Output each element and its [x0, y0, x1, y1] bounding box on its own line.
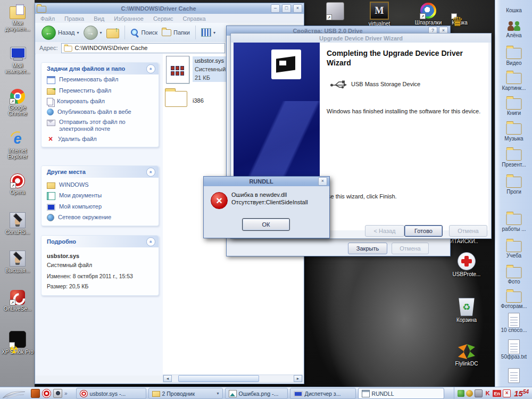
- tray-yellow-icon[interactable]: [466, 390, 473, 397]
- desktop-icon-google-chrome[interactable]: Google Chrome: [2, 88, 34, 117]
- start-button[interactable]: [0, 388, 28, 399]
- menu-view[interactable]: Вид: [94, 15, 104, 22]
- details-header[interactable]: Подробно: [41, 236, 159, 247]
- wizard-finish-button[interactable]: Готово: [404, 225, 443, 237]
- maximize-button[interactable]: [282, 4, 291, 13]
- wizard-cancel-button[interactable]: Отмена: [449, 225, 487, 237]
- panel-item-pictures[interactable]: Картинк...: [495, 85, 532, 91]
- task-rundll[interactable]: RUNDLL: [358, 388, 444, 399]
- desktop-icon-unknown[interactable]: [319, 2, 351, 20]
- folder-icon[interactable]: [506, 177, 522, 188]
- desktop-icon-recycle-bin[interactable]: Корзина: [450, 298, 484, 323]
- collapse-chevron-icon[interactable]: [146, 168, 155, 177]
- desktop-icon-media-player[interactable]: Шпаргалки: [412, 3, 444, 26]
- scroll-left-arrow[interactable]: ◄: [163, 375, 172, 382]
- panel-item-progs[interactable]: Проги: [495, 189, 532, 195]
- task-move-file[interactable]: Переместить файл: [41, 86, 159, 96]
- place-windows[interactable]: WINDOWS: [41, 178, 159, 190]
- desktop-icon-usb-protect[interactable]: USBProte...: [450, 252, 484, 277]
- folder-icon[interactable]: [506, 123, 522, 135]
- panel-item-10-ways[interactable]: 10 спосо...: [495, 327, 532, 333]
- collapse-chevron-icon[interactable]: [146, 64, 155, 73]
- tray-red-x-icon[interactable]: [503, 389, 511, 397]
- rundll-ok-button[interactable]: ОК: [242, 218, 290, 231]
- up-button[interactable]: [104, 26, 121, 39]
- collapse-chevron-icon[interactable]: [146, 237, 155, 246]
- text-file-icon-partial[interactable]: [508, 368, 520, 383]
- menu-help[interactable]: Справка: [183, 15, 206, 22]
- views-button[interactable]: ▾: [199, 27, 218, 38]
- horizontal-scrollbar[interactable]: ◄ ►: [163, 375, 303, 383]
- wizard-titlebar[interactable]: Upgrade Device Driver Wizard: [231, 34, 491, 43]
- tray-green-icon[interactable]: [458, 390, 464, 397]
- address-input[interactable]: C:\WINDOWS\Driver Cache: [61, 43, 225, 53]
- task-task-manager[interactable]: Диспетчер з...: [290, 388, 356, 399]
- panel-item-50-phrases[interactable]: 50фраз.txt: [495, 354, 532, 360]
- panel-item-study[interactable]: Учеба: [495, 253, 532, 259]
- folder-icon[interactable]: [506, 98, 522, 110]
- search-button[interactable]: Поиск: [128, 27, 160, 38]
- panel-item-koshka[interactable]: Кошка: [495, 7, 532, 13]
- folder-i386-label[interactable]: i386: [193, 97, 204, 104]
- close-button[interactable]: [293, 4, 302, 13]
- close-button[interactable]: [318, 177, 327, 186]
- tray-antivirus-icon[interactable]: [484, 390, 491, 397]
- desktop-icon-xp-smoker[interactable]: XP Smok Pro: [2, 331, 34, 355]
- folder-icon[interactable]: [506, 73, 522, 84]
- desktop-icon-vysshaya[interactable]: Высшая...: [2, 250, 34, 273]
- panel-item-video[interactable]: Видео: [495, 60, 532, 66]
- panel-item-books[interactable]: Книги: [495, 110, 532, 116]
- taskbar-clock[interactable]: 15 54: [514, 389, 529, 398]
- panel-item-alena[interactable]: Алёна: [495, 32, 532, 38]
- task-explorer-group[interactable]: 2 Проводник ▾: [148, 388, 223, 399]
- desktop-icon-internet-explorer[interactable]: Internet Explorer: [2, 131, 34, 160]
- task-email-file[interactable]: Отправить этот файл по электронной почте: [41, 117, 159, 134]
- folder-icon[interactable]: [506, 214, 522, 225]
- panel-item-presentations[interactable]: Презент...: [495, 162, 532, 168]
- folder-icon[interactable]: [506, 267, 522, 278]
- desktop-icon-my-computer[interactable]: Мой компьют...: [2, 46, 34, 74]
- desktop-icon-onlive[interactable]: OnLiveSe...: [2, 289, 34, 312]
- panel-item-photo[interactable]: Фото: [495, 279, 532, 285]
- desktop-icon-flylinkdc[interactable]: FlylinkDC: [450, 343, 484, 367]
- text-file-icon[interactable]: [508, 313, 520, 328]
- task-oshibka-png[interactable]: Ошибка.png -...: [225, 388, 288, 399]
- panel-item-music[interactable]: Музыка: [495, 136, 532, 142]
- tray-network-plug-icon[interactable]: [475, 389, 483, 397]
- scrollbar-thumb[interactable]: [178, 375, 259, 382]
- rundll-titlebar[interactable]: RUNDLL: [204, 177, 329, 186]
- properties-cancel-button[interactable]: Отмена: [392, 243, 429, 254]
- text-file-icon[interactable]: [508, 339, 520, 354]
- place-network[interactable]: Сетевое окружение: [41, 212, 159, 226]
- back-button[interactable]: Назад ▾: [39, 24, 81, 41]
- panel-item-works[interactable]: работы ...: [495, 226, 532, 232]
- folder-icon[interactable]: [506, 48, 522, 59]
- task-delete-file[interactable]: Удалить файл: [41, 134, 159, 147]
- desktop-icon-kitayski-label[interactable]: КИТАЙСКИ...: [447, 238, 479, 250]
- folders-button[interactable]: Папки: [160, 28, 192, 37]
- task-copy-file[interactable]: Копировать файл: [41, 96, 159, 107]
- people-icon[interactable]: [506, 17, 522, 32]
- place-my-documents[interactable]: Мои документы: [41, 190, 159, 202]
- forward-button[interactable]: ▾: [81, 24, 104, 41]
- folder-icon[interactable]: [506, 149, 522, 161]
- properties-close-button[interactable]: Закрыть: [348, 243, 387, 254]
- desktop-icon-my-documents[interactable]: Мои докумен...: [2, 3, 34, 32]
- panel-item-photoframes[interactable]: Фоторам...: [495, 303, 532, 309]
- place-my-computer[interactable]: Мой компьютер: [41, 202, 159, 212]
- desktop-icon-opera[interactable]: Opera: [2, 172, 34, 195]
- scroll-right-arrow[interactable]: ►: [294, 375, 302, 382]
- task-usbstor[interactable]: usbstor.sys -...: [76, 388, 146, 399]
- folder-icon[interactable]: [506, 241, 522, 252]
- quicklaunch-overflow-chevron[interactable]: »: [64, 390, 68, 396]
- quicklaunch-opera-icon[interactable]: [42, 389, 51, 398]
- folder-i386[interactable]: [165, 87, 187, 107]
- desktop-icon-virtualnet[interactable]: virtualnet: [363, 2, 395, 27]
- file-usbstor-sys[interactable]: [166, 56, 189, 84]
- language-indicator[interactable]: En: [493, 390, 501, 397]
- folder-icon[interactable]: [506, 292, 522, 303]
- menu-file[interactable]: Файл: [40, 15, 55, 22]
- minimize-button[interactable]: [271, 4, 280, 13]
- menu-favorites[interactable]: Избранное: [114, 15, 144, 22]
- quicklaunch-camera-icon[interactable]: [53, 389, 62, 398]
